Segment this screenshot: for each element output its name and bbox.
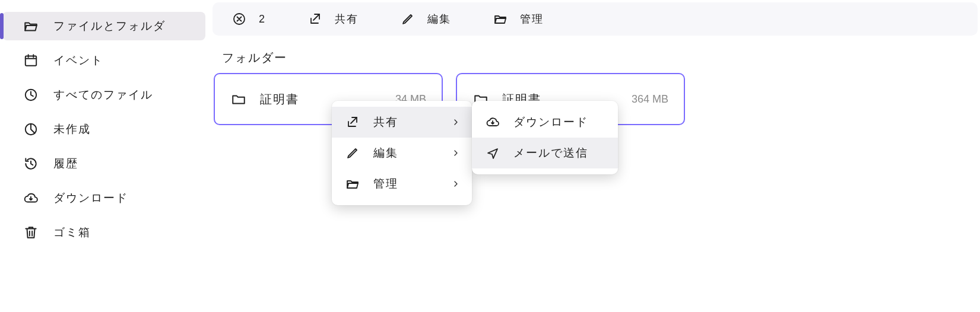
share-label: 共有 xyxy=(335,12,359,26)
menu-item-send-email[interactable]: メールで送信 xyxy=(472,138,618,168)
menu-item-label: メールで送信 xyxy=(513,145,607,161)
sidebar-item-history[interactable]: 履歴 xyxy=(2,149,205,178)
manage-button[interactable]: 管理 xyxy=(487,7,550,31)
share-icon xyxy=(307,11,323,27)
history-icon xyxy=(23,155,39,172)
edit-button[interactable]: 編集 xyxy=(394,7,457,31)
calendar-icon xyxy=(23,52,39,69)
manage-label: 管理 xyxy=(520,12,544,26)
selection-count: 2 xyxy=(259,13,266,26)
sidebar-item-trash[interactable]: ゴミ箱 xyxy=(2,218,205,247)
cloud-download-icon xyxy=(485,114,500,130)
sidebar-item-all-files[interactable]: すべてのファイル xyxy=(2,81,205,109)
chevron-right-icon xyxy=(451,179,461,189)
cloud-download-icon xyxy=(23,190,39,206)
sidebar-item-label: すべてのファイル xyxy=(53,87,153,103)
selection-toolbar: 2 共有 編集 管理 xyxy=(213,2,978,36)
menu-item-share[interactable]: 共有 xyxy=(332,107,472,138)
pie-icon xyxy=(23,121,39,138)
clock-icon xyxy=(23,87,39,103)
sidebar-item-events[interactable]: イベント xyxy=(2,46,205,75)
svg-rect-0 xyxy=(26,56,36,65)
edit-label: 編集 xyxy=(427,12,451,26)
pencil-icon xyxy=(345,145,360,161)
pencil-icon xyxy=(400,11,416,27)
folder-size: 364 MB xyxy=(632,93,668,106)
sidebar-item-label: ダウンロード xyxy=(53,190,128,206)
context-submenu-share: ダウンロード メールで送信 xyxy=(472,101,618,174)
sidebar-item-label: 未作成 xyxy=(53,122,91,137)
context-menu: 共有 編集 管理 xyxy=(332,101,472,205)
sidebar-item-files-and-folders[interactable]: ファイルとフォルダ xyxy=(2,12,205,40)
section-title: フォルダー xyxy=(222,50,980,66)
share-button[interactable]: 共有 xyxy=(302,7,364,31)
menu-item-label: 編集 xyxy=(373,145,440,161)
menu-item-download[interactable]: ダウンロード xyxy=(472,107,618,138)
sidebar-item-label: 履歴 xyxy=(53,156,78,171)
sidebar-item-label: ファイルとフォルダ xyxy=(53,18,166,34)
sidebar-item-label: イベント xyxy=(53,53,103,68)
sidebar-item-downloads[interactable]: ダウンロード xyxy=(2,184,205,212)
menu-item-manage[interactable]: 管理 xyxy=(332,168,472,199)
close-circle-icon xyxy=(231,11,247,27)
menu-item-label: ダウンロード xyxy=(513,114,607,130)
trash-icon xyxy=(23,224,39,241)
send-icon xyxy=(485,145,500,161)
chevron-right-icon xyxy=(451,117,461,128)
folder-open-icon xyxy=(345,176,360,192)
menu-item-edit[interactable]: 編集 xyxy=(332,138,472,168)
clear-selection-button[interactable]: 2 xyxy=(226,7,272,31)
sidebar-item-label: ゴミ箱 xyxy=(53,225,91,240)
sidebar-item-not-created[interactable]: 未作成 xyxy=(2,115,205,144)
menu-item-label: 管理 xyxy=(373,176,440,192)
sidebar: ファイルとフォルダ イベント すべてのファイル 未作成 履歴 ダウンロード xyxy=(0,0,208,253)
folder-open-icon xyxy=(23,18,39,34)
menu-item-label: 共有 xyxy=(373,114,440,130)
folder-open-icon xyxy=(493,11,508,27)
share-icon xyxy=(345,114,360,130)
folder-icon xyxy=(230,91,247,107)
chevron-right-icon xyxy=(451,148,461,158)
